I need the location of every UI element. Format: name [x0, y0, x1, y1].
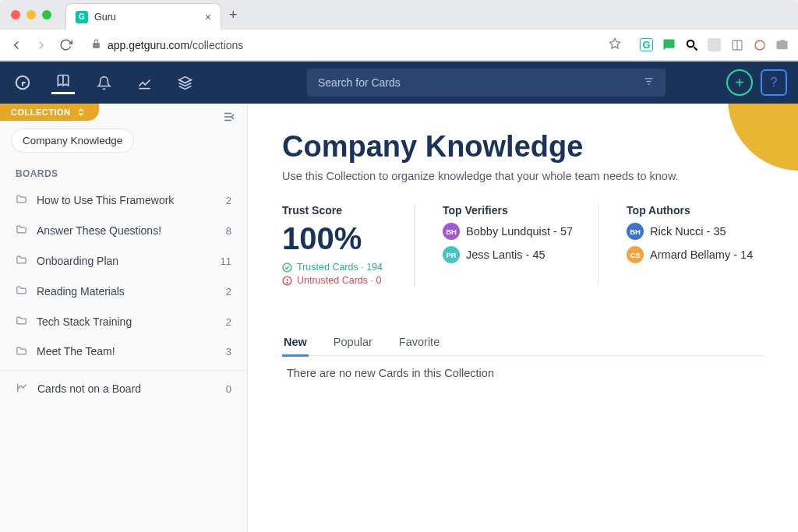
folder-icon: [16, 345, 27, 359]
folder-icon: [16, 315, 27, 329]
board-count: 8: [226, 225, 231, 237]
person-text: Rick Nucci - 35: [650, 225, 726, 238]
board-count: 0: [226, 383, 231, 395]
board-count: 2: [226, 316, 231, 328]
camera-ext-icon[interactable]: [775, 38, 789, 51]
sidebar: COLLECTION Company Knowledge BOARDS How …: [0, 104, 248, 532]
sidebar-item-unassigned[interactable]: Cards not on a Board 0: [0, 374, 247, 404]
page-subtitle: Use this Collection to organize knowledg…: [282, 170, 764, 182]
url-text: app.getguru.com/collections: [108, 39, 243, 51]
board-label: Reading Materials: [37, 284, 226, 299]
verifiers-label: Top Verifiers: [443, 204, 573, 217]
close-window-button[interactable]: [11, 10, 20, 19]
collapse-sidebar-icon[interactable]: [222, 110, 236, 127]
lock-icon: [91, 38, 101, 52]
nav-analytics-icon[interactable]: [132, 71, 156, 94]
trust-label: Trust Score: [282, 204, 383, 217]
search-placeholder: Search for Cards: [318, 76, 401, 89]
svg-point-1: [687, 41, 694, 48]
person-row[interactable]: BHBobby Lundquist - 57: [443, 223, 573, 240]
collection-chip[interactable]: Company Knowledge: [11, 129, 134, 153]
svg-line-2: [694, 47, 697, 50]
forward-button[interactable]: [34, 38, 48, 52]
split-ext-icon[interactable]: [730, 38, 743, 51]
guru-logo-icon[interactable]: [11, 71, 34, 94]
guru-ext-icon[interactable]: G: [640, 38, 653, 51]
sidebar-board-item[interactable]: Reading Materials2: [0, 277, 247, 307]
back-button[interactable]: [9, 38, 23, 52]
trust-value: 100%: [282, 223, 383, 254]
board-count: 2: [226, 195, 231, 206]
trusted-text: Trusted Cards · 194: [297, 262, 383, 273]
sidebar-board-item[interactable]: Tech Stack Training2: [0, 307, 247, 337]
board-count: 3: [226, 346, 231, 358]
nav-layers-icon[interactable]: [173, 71, 196, 94]
boards-header: BOARDS: [0, 164, 247, 185]
stats-row: Trust Score 100% Trusted Cards · 194 Unt…: [282, 204, 764, 286]
folder-icon: [16, 224, 27, 238]
tab-title: Guru: [94, 12, 199, 23]
sidebar-board-item[interactable]: Onboarding Plan11: [0, 246, 247, 277]
main: COLLECTION Company Knowledge BOARDS How …: [0, 104, 798, 532]
authors-label: Top Authors: [627, 204, 753, 217]
board-label: Onboarding Plan: [37, 254, 221, 269]
board-count: 11: [221, 255, 231, 267]
collection-name: Company Knowledge: [23, 135, 122, 146]
content: Company Knowledge Use this Collection to…: [248, 104, 798, 532]
tab-favorite[interactable]: Favorite: [397, 329, 441, 355]
chat-ext-icon[interactable]: [662, 38, 676, 51]
search-input[interactable]: Search for Cards: [307, 69, 666, 97]
top-verifiers-column: Top Verifiers BHBobby Lundquist - 57PRJe…: [443, 204, 598, 286]
maximize-window-button[interactable]: [42, 10, 51, 19]
avatar: BH: [443, 223, 460, 240]
window-controls: [11, 10, 51, 19]
nav-library-icon[interactable]: [51, 71, 75, 94]
folder-icon: [16, 284, 27, 298]
board-label: Meet The Team!: [37, 344, 226, 359]
unassigned-icon: [16, 382, 28, 396]
reload-button[interactable]: [59, 38, 72, 51]
avatar: BH: [627, 223, 644, 240]
app-nav: Search for Cards + ?: [0, 62, 798, 104]
square-ext-icon[interactable]: [708, 38, 721, 51]
new-tab-button[interactable]: +: [229, 7, 238, 23]
svg-point-19: [287, 282, 288, 283]
search-ext-icon[interactable]: [685, 38, 698, 51]
svg-marker-9: [178, 76, 191, 83]
avatar: PR: [443, 246, 460, 263]
url-box[interactable]: app.getguru.com/collections: [83, 33, 629, 57]
swirl-ext-icon[interactable]: [753, 38, 766, 51]
trusted-cards: Trusted Cards · 194: [282, 262, 383, 273]
person-row[interactable]: PRJess Lantis - 45: [443, 246, 573, 263]
sidebar-board-item[interactable]: Meet The Team!3: [0, 336, 247, 367]
person-text: Bobby Lundquist - 57: [466, 225, 573, 238]
tab-favicon-icon: G: [76, 11, 88, 23]
collection-tag[interactable]: COLLECTION: [0, 104, 99, 121]
close-tab-icon[interactable]: ×: [205, 11, 211, 23]
board-label: Tech Stack Training: [37, 315, 226, 329]
add-button[interactable]: +: [726, 69, 753, 96]
svg-marker-0: [609, 38, 620, 48]
page-title: Company Knowledge: [282, 130, 764, 164]
content-tabs: NewPopularFavorite: [282, 329, 764, 356]
folder-icon: [16, 254, 27, 268]
untrusted-text: Untrusted Cards · 0: [297, 275, 381, 286]
help-button[interactable]: ?: [761, 69, 787, 96]
star-icon[interactable]: [609, 37, 621, 53]
trust-score-column: Trust Score 100% Trusted Cards · 194 Unt…: [282, 204, 415, 286]
sidebar-board-item[interactable]: How to Use This Framework2: [0, 185, 247, 216]
person-row[interactable]: CSArmard Bellamy - 14: [627, 246, 753, 263]
browser-tab[interactable]: G Guru ×: [65, 3, 221, 30]
filter-icon[interactable]: [643, 76, 655, 90]
sidebar-board-item[interactable]: Answer These Questions!8: [0, 216, 247, 246]
board-label: How to Use This Framework: [37, 193, 226, 208]
tab-popular[interactable]: Popular: [332, 329, 374, 355]
address-bar: app.getguru.com/collections G: [0, 30, 798, 61]
nav-notifications-icon[interactable]: [92, 71, 115, 94]
person-row[interactable]: BHRick Nucci - 35: [627, 223, 753, 240]
extension-icons: G: [640, 38, 789, 51]
tab-new[interactable]: New: [282, 329, 309, 357]
minimize-window-button[interactable]: [26, 10, 36, 19]
board-label: Cards not on a Board: [37, 382, 226, 396]
top-authors-column: Top Authors BHRick Nucci - 35CSArmard Be…: [627, 204, 784, 286]
